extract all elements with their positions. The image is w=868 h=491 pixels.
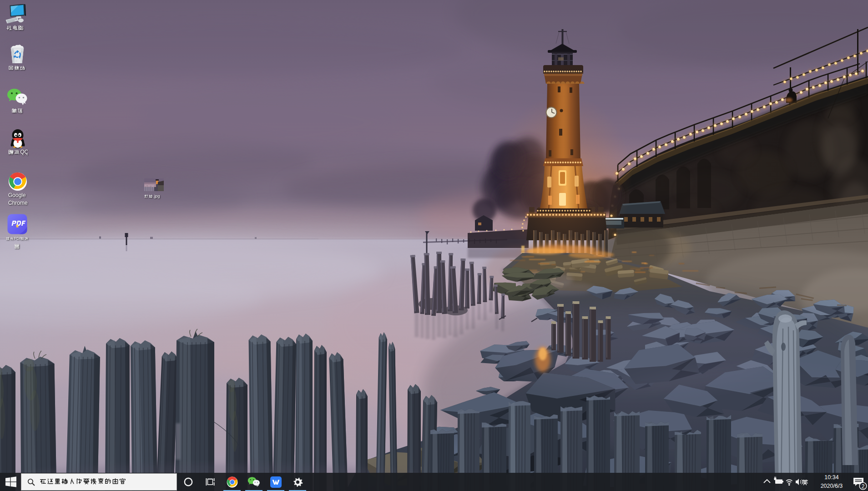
- svg-text:QQ: QQ: [20, 149, 28, 155]
- svg-text:Chrome: Chrome: [8, 200, 28, 206]
- svg-text:.jpg: .jpg: [153, 194, 160, 198]
- svg-text:Google: Google: [8, 192, 26, 198]
- svg-text:2: 2: [862, 483, 865, 490]
- svg-text:PDF: PDF: [14, 237, 21, 241]
